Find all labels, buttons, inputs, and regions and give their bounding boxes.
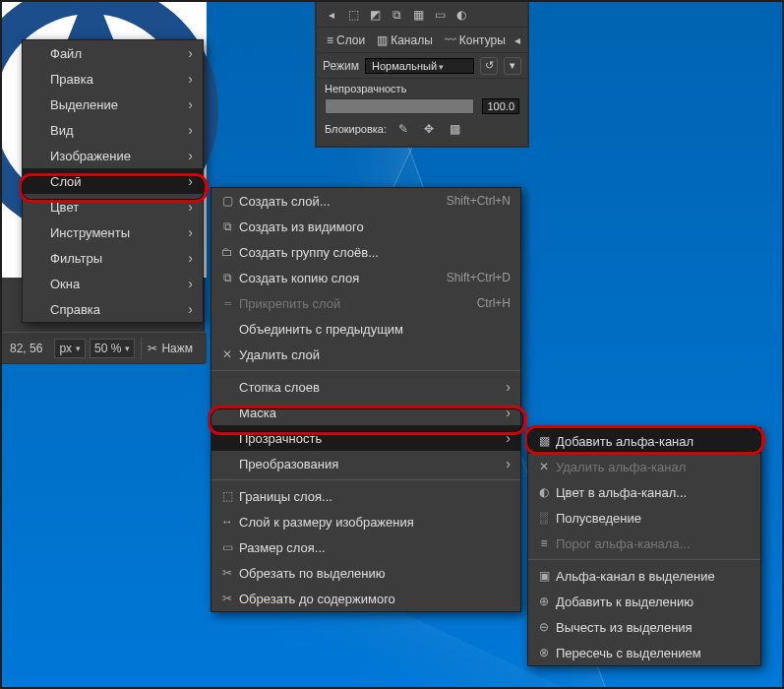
dock-tool-icon[interactable]: ◂: [323, 6, 340, 24]
scissors-icon: ✂: [148, 342, 157, 355]
menu-layer-boundary[interactable]: ⬚Границы слоя...: [211, 483, 520, 509]
menu-file[interactable]: Файл: [23, 40, 203, 66]
menu-semi-flatten[interactable]: ░Полусведение: [528, 505, 760, 531]
menu-remove-alpha-channel[interactable]: ✕Удалить альфа-канал: [528, 454, 760, 479]
menu-transform[interactable]: Преобразования: [211, 451, 520, 476]
tab-paths[interactable]: 〰 Контуры: [441, 31, 510, 50]
tool-hint: Нажм: [161, 342, 193, 355]
menu-subtract-from-selection[interactable]: ⊖Вычесть из выделения: [528, 614, 760, 640]
dock-tool-icon[interactable]: ◐: [452, 6, 470, 24]
lock-pixels-icon[interactable]: ✎: [394, 120, 412, 138]
dock-tool-icon[interactable]: ⧉: [388, 6, 405, 24]
tab-channels[interactable]: ▥ Каналы: [373, 31, 437, 50]
menu-layer-stack[interactable]: Стопка слоев: [211, 374, 520, 400]
mode-menu-button[interactable]: ▾: [504, 57, 521, 75]
opacity-label: Непрозрачность: [325, 83, 406, 94]
dock-tool-icon[interactable]: ▭: [431, 6, 449, 24]
cursor-coords: 82, 56: [2, 342, 50, 355]
menu-anchor-layer[interactable]: ⎓Прикрепить слойCtrl+H: [211, 290, 520, 316]
menu-help[interactable]: Справка: [23, 296, 203, 322]
menu-new-layer-group[interactable]: 🗀Создать группу слоёв...: [211, 239, 520, 265]
lock-position-icon[interactable]: ✥: [420, 120, 438, 138]
menu-view[interactable]: Вид: [23, 117, 203, 143]
menu-alpha-to-selection[interactable]: ▣Альфа-канал в выделение: [528, 563, 760, 589]
dock-tool-icon[interactable]: ⬚: [344, 6, 362, 24]
status-bar: 82, 56 px 50 % ✂ Нажм: [2, 332, 207, 363]
menu-threshold-alpha[interactable]: ≡Порог альфа-канала...: [528, 531, 760, 556]
menu-tools[interactable]: Инструменты: [23, 219, 203, 245]
mode-reset-button[interactable]: ↺: [480, 57, 498, 75]
menu-edit[interactable]: Правка: [23, 66, 203, 92]
mode-label: Режим: [323, 59, 359, 73]
menu-scale-layer[interactable]: ▭Размер слоя...: [211, 534, 520, 560]
blend-mode-select[interactable]: Нормальный: [365, 58, 474, 74]
menu-color-to-alpha[interactable]: ◐Цвет в альфа-канал...: [528, 479, 760, 505]
menu-add-alpha-channel[interactable]: ▩Добавить альфа-канал: [528, 428, 760, 454]
zoom-selector[interactable]: 50 %: [90, 339, 135, 358]
menu-layer-to-image-size[interactable]: ↔Слой к размеру изображения: [211, 509, 520, 534]
menu-filters[interactable]: Фильтры: [23, 245, 203, 271]
menu-intersect-with-selection[interactable]: ⊗Пересечь с выделением: [528, 640, 760, 665]
dock-tool-icon[interactable]: ◩: [366, 6, 384, 24]
menu-crop-to-content[interactable]: ✂Обрезать до содержимого: [211, 586, 520, 611]
menu-transparency[interactable]: Прозрачность: [211, 425, 520, 451]
tab-layers[interactable]: ≡ Слои: [323, 31, 369, 50]
menu-delete-layer[interactable]: ✕Удалить слой: [211, 342, 520, 367]
unit-selector[interactable]: px: [54, 339, 86, 358]
layers-dock: ◂ ⬚ ◩ ⧉ ▦ ▭ ◐ ≡ Слои ▥ Каналы 〰 Контуры …: [315, 0, 529, 148]
opacity-slider[interactable]: [325, 98, 474, 114]
opacity-value[interactable]: 100.0: [482, 98, 519, 114]
menu-add-to-selection[interactable]: ⊕Добавить к выделению: [528, 589, 760, 614]
layer-submenu: ▢Создать слой...Shift+Ctrl+N ⧉Создать из…: [211, 187, 521, 612]
menu-duplicate-layer[interactable]: ⧉Создать копию слояShift+Ctrl+D: [211, 265, 520, 290]
menu-crop-to-selection[interactable]: ✂Обрезать по выделению: [211, 560, 520, 586]
dock-tool-icon[interactable]: ▦: [409, 6, 427, 24]
tab-menu-icon[interactable]: ◂: [513, 31, 521, 49]
menu-merge-down[interactable]: Объединить с предыдущим: [211, 316, 520, 342]
menu-new-from-visible[interactable]: ⧉Создать из видимого: [211, 214, 520, 239]
lock-label: Блокировка:: [325, 123, 387, 135]
menu-mask[interactable]: Маска: [211, 400, 520, 425]
transparency-submenu: ▩Добавить альфа-канал ✕Удалить альфа-кан…: [527, 427, 761, 666]
main-context-menu: Файл Правка Выделение Вид Изображение Сл…: [22, 39, 204, 323]
lock-alpha-icon[interactable]: ▩: [446, 120, 463, 138]
menu-select[interactable]: Выделение: [23, 92, 203, 117]
menu-windows[interactable]: Окна: [23, 271, 203, 296]
menu-colors[interactable]: Цвет: [23, 194, 203, 219]
menu-image[interactable]: Изображение: [23, 143, 203, 168]
menu-new-layer[interactable]: ▢Создать слой...Shift+Ctrl+N: [211, 188, 520, 214]
menu-layer[interactable]: Слой: [23, 168, 203, 194]
